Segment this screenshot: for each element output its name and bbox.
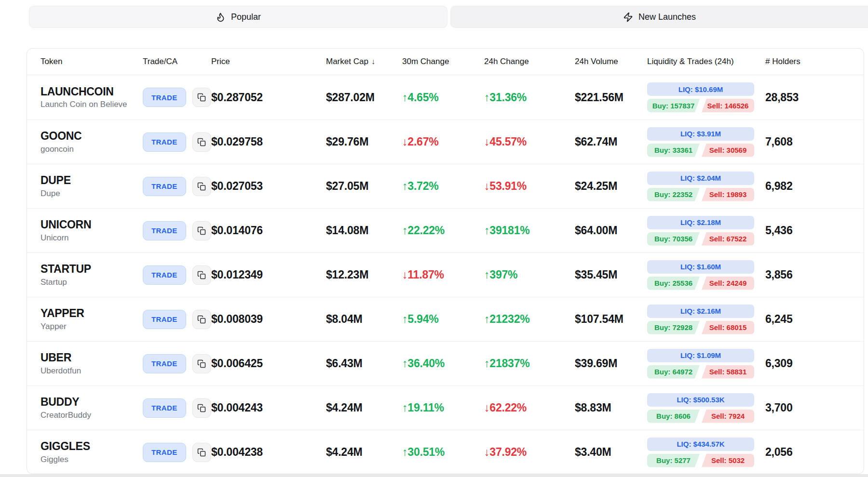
liquidity-trades-cell: LIQ: $2.16M Buy: 72928 Sell: 68015 [647,305,754,334]
copy-ca-button[interactable] [192,265,211,285]
token-cell: LAUNCHCOIN Launch Coin on Believe [41,85,143,109]
table-row: BUDDY CreatorBuddy TRADE $0.004243 $4.24… [27,385,864,430]
buy-sell-badges: Buy: 8606 Sell: 7924 [647,410,754,423]
table-row: STARTUP Startup TRADE $0.012349 $12.23M … [27,252,864,297]
buy-count-badge: Buy: 157837 [647,99,700,112]
liquidity-badge: LIQ: $2.18M [647,216,754,229]
copy-ca-button[interactable] [192,310,211,329]
holders-value: 3,700 [765,401,864,414]
copy-icon [197,359,206,368]
holders-value: 2,056 [765,446,864,459]
table-row: UBER Uberdotfun TRADE $0.006425 $6.43M ↑… [27,341,864,385]
table-row: GIGGLES Giggles TRADE $0.004238 $4.24M ↑… [27,430,864,474]
sell-count-badge: Sell: 68015 [702,321,754,334]
liquidity-badge: LIQ: $10.69M [647,82,754,96]
trade-button[interactable]: TRADE [143,310,186,329]
col-header-liquidity: Liquidity & Trades (24h) [647,57,765,66]
token-name: Startup [41,278,143,287]
sell-count-badge: Sell: 58831 [702,365,754,379]
col-header-holders: # Holders [765,57,864,66]
trade-button[interactable]: TRADE [143,177,186,196]
price-value: $0.029758 [211,135,326,148]
copy-ca-button[interactable] [192,88,211,107]
copy-ca-button[interactable] [192,177,211,196]
market-cap-value: $4.24M [326,446,402,459]
copy-icon [197,404,206,412]
trade-button[interactable]: TRADE [143,398,186,418]
trade-ca-cell: TRADE [143,132,211,152]
token-cell: STARTUP Startup [41,263,143,287]
trade-button[interactable]: TRADE [143,443,186,462]
token-name: Uberdotfun [41,366,143,376]
sell-count-badge: Sell: 19893 [702,188,754,201]
table-row: UNICORN Unicorn TRADE $0.014076 $14.08M … [27,208,864,252]
token-name: gooncoin [41,145,143,154]
copy-ca-button[interactable] [192,132,211,152]
table-row: GOONC gooncoin TRADE $0.029758 $29.76M ↓… [27,119,864,164]
buy-count-badge: Buy: 5277 [647,454,700,467]
market-cap-value: $14.08M [326,224,402,237]
copy-icon [197,182,206,191]
volume-24h-value: $8.83M [575,401,647,414]
change-24h-value: ↑397% [484,268,575,281]
liquidity-trades-cell: LIQ: $500.53K Buy: 8606 Sell: 7924 [647,393,754,423]
copy-ca-button[interactable] [192,221,211,240]
holders-value: 5,436 [765,224,864,237]
sell-count-badge: Sell: 146526 [702,99,754,112]
change-24h-value: ↑21837% [484,357,575,370]
copy-ca-button[interactable] [192,354,211,373]
token-list-tabs: Popular New Launches [29,6,868,28]
token-symbol: YAPPER [41,307,143,319]
tab-popular-label: Popular [231,12,261,22]
volume-24h-value: $39.69M [575,357,647,370]
market-cap-label: Market Cap [326,57,368,66]
token-symbol: GOONC [41,130,143,142]
price-value: $0.012349 [211,268,326,281]
sell-count-badge: Sell: 30569 [702,144,754,157]
trade-ca-cell: TRADE [143,221,211,240]
holders-value: 6,245 [765,313,864,326]
trade-button[interactable]: TRADE [143,265,186,285]
table-row: YAPPER Yapper TRADE $0.008039 $8.04M ↑5.… [27,297,864,341]
buy-sell-badges: Buy: 22352 Sell: 19893 [647,188,754,201]
volume-24h-value: $64.00M [575,224,647,237]
token-symbol: STARTUP [41,263,143,275]
token-symbol: UNICORN [41,218,143,231]
tab-new-launches[interactable]: New Launches [450,6,868,28]
trade-button[interactable]: TRADE [143,221,186,240]
copy-ca-button[interactable] [192,443,211,462]
liquidity-badge: LIQ: $1.60M [647,260,754,274]
change-30m-value: ↑19.11% [402,401,484,414]
buy-sell-badges: Buy: 5277 Sell: 5032 [647,454,754,467]
bottom-scroll-strip[interactable] [0,474,868,477]
copy-ca-button[interactable] [192,398,211,418]
zap-icon [623,12,633,22]
change-30m-value: ↑4.65% [402,91,484,104]
sell-count-badge: Sell: 7924 [702,410,754,423]
token-name: Giggles [41,455,143,464]
market-cap-value: $287.02M [326,91,402,104]
table-row: DUPE Dupe TRADE $0.027053 $27.05M ↑3.72%… [27,164,864,208]
col-header-price: Price [211,57,326,66]
liquidity-badge: LIQ: $2.16M [647,305,754,318]
tab-popular[interactable]: Popular [29,6,448,28]
token-name: Unicorn [41,233,143,243]
liquidity-trades-cell: LIQ: $2.04M Buy: 22352 Sell: 19893 [647,172,754,201]
flame-icon [216,12,226,22]
token-name: Launch Coin on Believe [41,100,143,109]
volume-24h-value: $107.54M [575,313,647,326]
volume-24h-value: $62.74M [575,135,647,148]
col-header-24h-change: 24h Change [484,57,575,66]
liquidity-badge: LIQ: $500.53K [647,393,754,407]
volume-24h-value: $35.45M [575,268,647,281]
trade-button[interactable]: TRADE [143,354,186,373]
col-header-market-cap[interactable]: Market Cap ↓ [326,57,402,66]
change-24h-value: ↓53.91% [484,180,575,193]
trade-ca-cell: TRADE [143,443,211,462]
trade-button[interactable]: TRADE [143,132,186,152]
token-cell: UNICORN Unicorn [41,218,143,242]
trade-button[interactable]: TRADE [143,88,186,107]
buy-sell-badges: Buy: 33361 Sell: 30569 [647,144,754,157]
sell-count-badge: Sell: 24249 [702,277,754,290]
price-value: $0.006425 [211,357,326,370]
